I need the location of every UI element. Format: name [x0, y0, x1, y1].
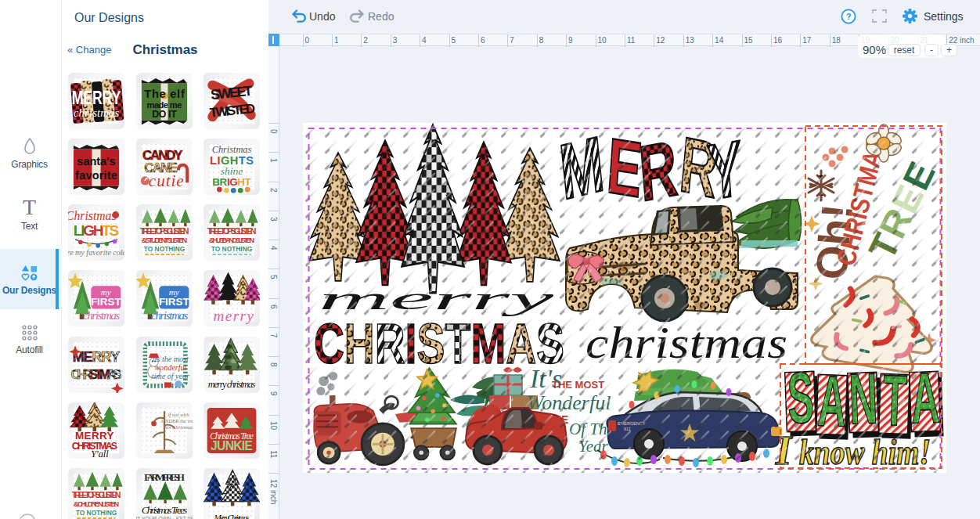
svg-text:favorite: favorite [75, 169, 117, 182]
svg-text:CUT YOUR OWN · EST 1999: CUT YOUR OWN · EST 1999 [136, 516, 193, 519]
svg-text:& STUDENTS LISTEN: & STUDENTS LISTEN [141, 236, 186, 244]
svg-text:christmas: christmas [74, 106, 120, 119]
svg-text:Christmas Trees: Christmas Trees [141, 504, 186, 516]
svg-text:DO IT: DO IT [152, 109, 177, 120]
svg-text:my: my [168, 287, 178, 297]
svg-text:merry christmas: merry christmas [208, 379, 256, 390]
svg-text:its the most: its the most [152, 355, 188, 363]
svg-text:CHRISTMAS: CHRISTMAS [71, 367, 122, 382]
svg-text:santa's: santa's [77, 155, 115, 168]
svg-text:Merry Christmas: Merry Christmas [214, 513, 250, 519]
svg-text:christmas: christmas [83, 309, 120, 322]
svg-text:BRIGHT: BRIGHT [212, 176, 251, 188]
svg-text:TO NOTHING: TO NOTHING [143, 245, 184, 253]
svg-text:The elf: The elf [144, 88, 185, 100]
svg-text:TREE TOPS GLISTEN: TREE TOPS GLISTEN [72, 490, 121, 499]
svg-text:Y'all: Y'all [91, 449, 109, 459]
svg-text:merry: merry [213, 308, 254, 324]
svg-text:time of year: time of year [151, 372, 189, 380]
svg-text:FIRST: FIRST [158, 296, 189, 308]
svg-text:are my favorite color: are my favorite color [68, 248, 124, 257]
svg-text:Christmas: Christmas [68, 209, 117, 222]
svg-text:TO NOTHING: TO NOTHING [211, 245, 252, 253]
svg-text:christmas: christmas [151, 309, 188, 322]
svg-text:?: ? [846, 12, 852, 21]
svg-text:my: my [101, 287, 111, 297]
svg-text:UNDER the tree: UNDER the tree [160, 418, 192, 423]
svg-text:cutie: cutie [148, 171, 183, 190]
svg-text:this Christmas: this Christmas [163, 424, 193, 430]
svg-text:made me: made me [146, 100, 182, 110]
svg-text:MERRY: MERRY [72, 88, 121, 108]
svg-text:TREE TOPS GLISTEN: TREE TOPS GLISTEN [139, 226, 189, 236]
svg-text:FIRST: FIRST [91, 296, 122, 308]
svg-text:FARM FRESH: FARM FRESH [144, 472, 185, 483]
svg-text:TO NOTHING: TO NOTHING [76, 509, 117, 517]
svg-text:JUNKIE: JUNKIE [211, 439, 253, 452]
svg-text:if not with: if not with [168, 412, 189, 417]
svg-text:TREE TOPS GLISTEN: TREE TOPS GLISTEN [207, 226, 257, 236]
svg-text:& HUSBANDS LISTEN: & HUSBANDS LISTEN [209, 236, 254, 244]
svg-text:LIGHTS: LIGHTS [74, 222, 119, 239]
svg-text:& CHILDREN LISTEN: & CHILDREN LISTEN [74, 499, 119, 508]
svg-text:wonderful: wonderful [154, 363, 186, 372]
